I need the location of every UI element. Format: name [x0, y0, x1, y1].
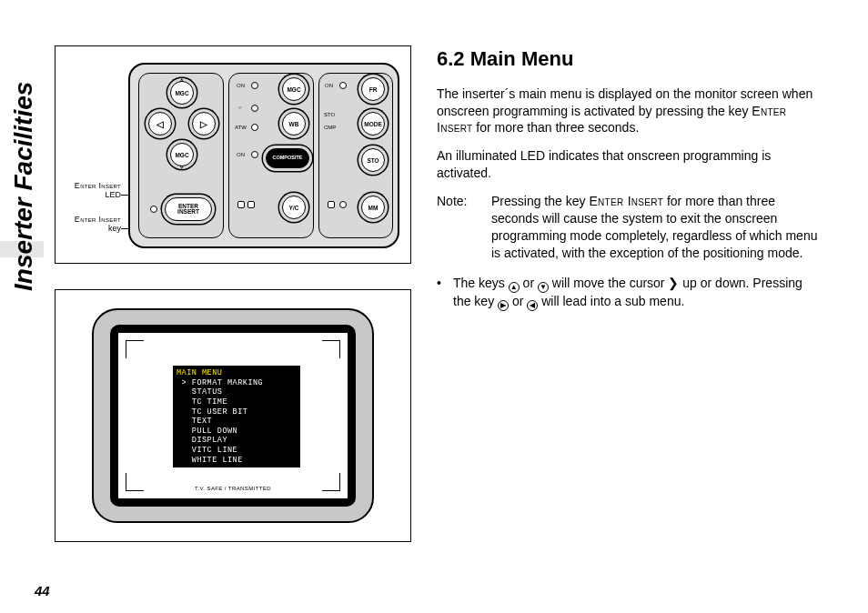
key-left-icon: ◀ [527, 300, 538, 311]
panel-group-middle: ON MGC ☼ ATW WB ON COMPOSITE Y/C [228, 73, 314, 238]
enter-insert-button[interactable]: ENTER INSERT [165, 197, 212, 221]
up-arrow-icon: ▵ [180, 76, 184, 84]
led-dot [339, 82, 347, 89]
enter-insert-led [150, 206, 157, 213]
mgc-middle-button[interactable]: MGC [282, 77, 306, 101]
fr-button[interactable]: FR [361, 77, 385, 101]
key-down-icon: ▼ [538, 282, 549, 293]
mgc-down-button[interactable]: MGC ▿ [170, 143, 194, 166]
led-dot [251, 151, 258, 158]
callout-enter-insert-key: Enter Insert key [57, 215, 121, 234]
osd-menu-item: > FORMAT MARKING [177, 378, 297, 388]
control-panel-diagram: Enter Insert LED Enter Insert key MGC ▵ [55, 45, 411, 264]
osd-menu-item: TC TIME [177, 397, 297, 407]
osd-menu-item: PULL DOWN [177, 427, 297, 437]
key-up-icon: ▲ [509, 282, 520, 293]
left-column: Enter Insert LED Enter Insert key MGC ▵ [55, 45, 411, 542]
bullet-item: • The keys ▲ or ▼ will move the cursor ❯… [437, 275, 819, 312]
manual-page: Inserter Facilities Enter Insert LED Ent… [0, 0, 868, 613]
led-dot [251, 124, 258, 131]
panel-group-left: MGC ▵ ◁ ▷ MGC ▿ ENTER INSERT [138, 73, 224, 238]
side-tab-title: Inserter Facilities [9, 36, 55, 337]
right-column: 6.2 Main Menu The inserter´s main menu i… [437, 45, 819, 542]
down-arrow-icon: ▿ [180, 164, 184, 171]
osd-menu-item: TC USER BIT [177, 407, 297, 417]
panel-body: MGC ▵ ◁ ▷ MGC ▿ ENTER INSERT [128, 63, 399, 248]
osd-menu-item: TEXT [177, 417, 297, 427]
osd-menu-item: VITC LINE [177, 446, 297, 456]
mode-button[interactable]: MODE [361, 112, 385, 136]
mgc-up-button[interactable]: MGC ▵ [170, 81, 194, 105]
yc-button[interactable]: Y/C [282, 196, 306, 219]
led-dot [251, 105, 258, 112]
safe-area-label: T.V. SAFE / TRANSMITTED [118, 486, 348, 491]
left-arrow-button[interactable]: ◁ [148, 112, 172, 136]
label-on: ON [237, 83, 245, 88]
page-number: 44 [35, 583, 50, 598]
note-block: Note: Pressing the key Enter Insert for … [437, 193, 819, 262]
led-dot [251, 82, 258, 89]
lamp-icon: ☼ [237, 105, 243, 110]
osd-menu-item: STATUS [177, 387, 297, 397]
two-column-layout: Enter Insert LED Enter Insert key MGC ▵ [55, 45, 832, 542]
section-heading: 6.2 Main Menu [437, 45, 819, 73]
panel-group-right: ON FR STO CMP MODE STO MM [318, 73, 393, 238]
rect-icon [237, 201, 245, 208]
right-arrow-button[interactable]: ▷ [192, 112, 216, 136]
label-sto: STO [324, 112, 335, 117]
cursor-glyph-icon: ❯ [668, 276, 679, 290]
osd-main-menu: MAIN MENU > FORMAT MARKING STATUS TC TIM… [173, 366, 300, 467]
callout-enter-insert-led: Enter Insert LED [57, 181, 121, 200]
osd-title: MAIN MENU [177, 368, 297, 378]
paragraph-2: An illuminated LED indicates that onscre… [437, 147, 819, 182]
paragraph-1: The inserter´s main menu is displayed on… [437, 85, 819, 137]
label-on: ON [325, 83, 333, 88]
monitor-diagram: T.V. SAFE / TRANSMITTED MAIN MENU > FORM… [55, 289, 411, 542]
bullet-marker: • [437, 275, 453, 312]
mm-button[interactable]: MM [361, 196, 385, 219]
label-on: ON [237, 152, 245, 157]
label-cmp: CMP [324, 125, 336, 130]
crt-screen: T.V. SAFE / TRANSMITTED MAIN MENU > FORM… [110, 325, 356, 507]
osd-menu-item: DISPLAY [177, 436, 297, 446]
wb-button[interactable]: WB [282, 112, 306, 136]
safe-area-corner [126, 340, 144, 358]
led-dot [339, 201, 347, 208]
bullet-text: The keys ▲ or ▼ will move the cursor ❯ u… [453, 275, 819, 312]
note-body: Pressing the key Enter Insert for more t… [491, 193, 819, 262]
safe-area-corner [322, 340, 340, 358]
composite-button[interactable]: COMPOSITE [266, 148, 309, 168]
crt-bezel: T.V. SAFE / TRANSMITTED MAIN MENU > FORM… [92, 308, 374, 523]
rect-icon [247, 201, 255, 208]
osd-menu-item: WHITE LINE [177, 456, 297, 466]
rect-icon [328, 201, 335, 208]
note-label: Note: [437, 193, 491, 262]
key-right-icon: ▶ [498, 300, 509, 311]
sto-button[interactable]: STO [361, 148, 385, 172]
label-atw: ATW [235, 125, 247, 130]
